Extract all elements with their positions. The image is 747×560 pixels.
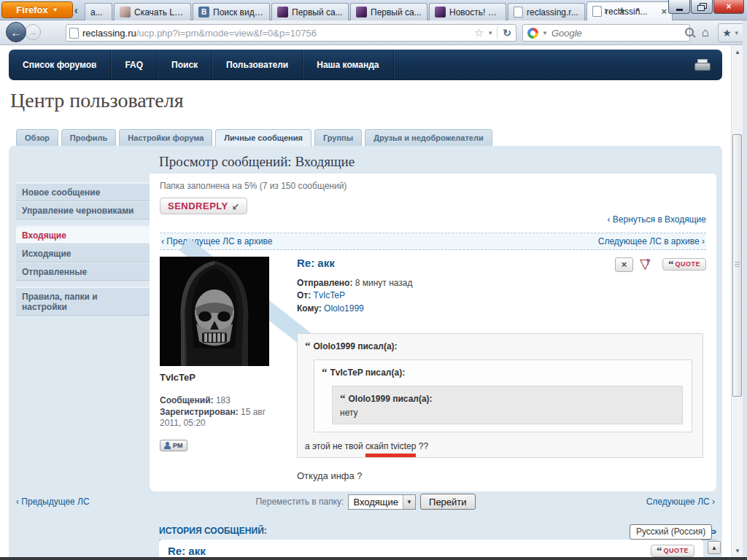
nav-item-members[interactable]: Пользователи: [212, 50, 303, 80]
bookmark-star-icon[interactable]: ☆: [474, 26, 484, 39]
prev-pm-link[interactable]: ‹ Предыдущее ЛС: [16, 497, 90, 507]
sidebar-item-manage-drafts[interactable]: Управление черновиками: [16, 201, 150, 219]
restore-icon: [697, 3, 706, 10]
folder-select[interactable]: Входящие ▼: [348, 494, 416, 510]
quote-text: нету: [340, 408, 675, 418]
search-input[interactable]: [551, 28, 681, 39]
sidebar-item-rules-folders-settings[interactable]: Правила, папки и настройки: [16, 287, 150, 316]
forward-button[interactable]: →: [25, 24, 41, 40]
scrollbar-thumb[interactable]: [732, 134, 742, 397]
sidebar-item-new-message[interactable]: Новое сообщение: [16, 183, 150, 201]
history-scroll-up-button[interactable]: ▲: [708, 541, 721, 554]
bookmarks-menu-button[interactable]: ★ ▼: [718, 23, 744, 42]
next-pm-link[interactable]: Следующее ЛС ›: [646, 497, 715, 507]
browser-tab[interactable]: а...: [85, 3, 112, 20]
chevron-down-icon: ▼: [734, 30, 740, 36]
sidebar-item-outbox[interactable]: Исходящие: [16, 244, 150, 262]
site-favicon: [435, 7, 446, 18]
nav-item-board-index[interactable]: Список форумов: [9, 50, 111, 80]
message-column: Re: акк × ▽ ! “ QUOTE: [285, 257, 706, 491]
send-reply-label: SENDREPLY: [168, 201, 228, 211]
message-meta: Отправлено: 8 минут назад От: TvIcTeP Ко…: [297, 277, 706, 315]
folder-status: Папка заполнена на 5% (7 из 150 сообщени…: [160, 181, 706, 191]
return-to-inbox-link[interactable]: ‹ Вернуться в Входящие: [608, 214, 707, 225]
minimize-button[interactable]: [668, 0, 690, 14]
quote-button[interactable]: “ QUOTE: [651, 545, 694, 557]
tab-friends-foes[interactable]: Друзья и недоброжелатели: [365, 129, 492, 146]
quote-button[interactable]: “ QUOTE: [662, 258, 706, 271]
search-engine-icon[interactable]: [527, 28, 538, 39]
new-tab-button[interactable]: +: [619, 6, 625, 15]
site-favicon: [356, 7, 367, 18]
browser-tab[interactable]: Новость! И...: [429, 3, 506, 20]
browser-scrollbar[interactable]: ▲ ▼: [731, 45, 743, 560]
pm-button[interactable]: PM: [160, 440, 187, 451]
go-button[interactable]: Перейти: [420, 494, 476, 510]
home-button[interactable]: ⌂: [696, 23, 715, 42]
search-engine-dropdown-icon[interactable]: ▼: [542, 30, 548, 36]
search-icon[interactable]: [685, 28, 695, 38]
sidebar-item-inbox[interactable]: Входящие: [16, 226, 150, 244]
red-underline-annotation: скайп tvictep: [365, 441, 416, 457]
tab-private-messages[interactable]: Личные сообщения: [215, 129, 311, 147]
forum-navbar: Список форумов FAQ Поиск Пользователи На…: [9, 50, 722, 80]
browser-tab[interactable]: В Поиск виде...: [193, 3, 270, 20]
nav-item-faq[interactable]: FAQ: [111, 50, 158, 80]
browser-tab[interactable]: Скачать La...: [114, 3, 191, 20]
quote-icon: “: [322, 366, 328, 378]
tab-overflow-icon[interactable]: ›: [604, 6, 608, 15]
browser-tab[interactable]: reclassing.r...: [508, 3, 585, 20]
back-button[interactable]: ←: [6, 22, 26, 42]
report-icon[interactable]: ▽ !: [640, 257, 656, 272]
history-subject-link[interactable]: Re: акк: [168, 545, 206, 557]
prev-pm-archive-link[interactable]: ‹ Предыдущее ЛС в архиве: [161, 236, 273, 246]
quote-button-label: QUOTE: [675, 260, 700, 268]
send-reply-button[interactable]: SENDREPLY ↙: [160, 198, 247, 214]
reload-icon[interactable]: ↻: [501, 27, 513, 39]
url-host: reclassing.ru: [82, 28, 136, 39]
tab-list-dropdown-icon[interactable]: ▾: [636, 6, 640, 13]
nav-item-search[interactable]: Поиск: [158, 50, 212, 80]
chevron-down-icon: ▼: [53, 7, 58, 13]
tab-label: reclassing.r...: [527, 7, 579, 18]
tab-profile[interactable]: Профиль: [61, 129, 116, 146]
quote-block-inner: “Ololo1999 писал(а): нету: [332, 386, 683, 424]
close-button[interactable]: ×: [713, 0, 744, 14]
next-pm-archive-link[interactable]: Следующее ЛС в архиве ›: [598, 236, 705, 246]
sidebar-item-sent[interactable]: Отправленные: [16, 262, 150, 281]
url-dropdown-icon[interactable]: ▼: [487, 30, 493, 36]
restore-button[interactable]: [691, 0, 713, 14]
quote-block-middle: “TvIcTeP писал(а): “Ololo1999 писал(а): …: [314, 359, 692, 432]
message-subject-link[interactable]: Re: акк: [297, 257, 335, 269]
ucp-sidebar: Новое сообщение Управление черновиками В…: [16, 182, 150, 322]
quote-author: Ololo1999 писал(а):: [349, 394, 433, 404]
search-bar[interactable]: ▼: [522, 24, 690, 42]
page-content: Список форумов FAQ Поиск Пользователи На…: [0, 45, 731, 560]
window-frame-right: [743, 20, 747, 560]
print-icon[interactable]: [694, 59, 709, 71]
nav-item-team[interactable]: Наша команда: [303, 50, 393, 80]
delete-message-button[interactable]: ×: [615, 257, 633, 272]
url-bar[interactable]: reclassing.ru/ucp.php?i=pm&mode=view&f=0…: [66, 24, 516, 42]
tab-scroll-left-icon[interactable]: ‹: [74, 4, 78, 16]
scrollbar-down-icon[interactable]: ▼: [732, 545, 743, 557]
scrollbar-up-icon[interactable]: ▲: [732, 47, 743, 58]
url-text[interactable]: reclassing.ru/ucp.php?i=pm&mode=view&f=0…: [82, 28, 471, 39]
from-user-link[interactable]: TvIcTeP: [314, 290, 345, 300]
avatar[interactable]: [160, 257, 269, 366]
browser-toolbar: ← → reclassing.ru/ucp.php?i=pm&mode=view…: [0, 20, 747, 45]
sent-time: 8 минут назад: [355, 278, 413, 288]
browser-tab[interactable]: Первый са...: [271, 3, 349, 20]
browser-tab[interactable]: Первый са...: [350, 3, 427, 20]
browser-tab-active[interactable]: reclassin... ×: [587, 1, 673, 20]
posts-count[interactable]: 183: [216, 395, 231, 405]
tab-overview[interactable]: Обзор: [16, 129, 58, 146]
tab-board-preferences[interactable]: Настройки форума: [119, 129, 212, 146]
tab-usergroups[interactable]: Группы: [314, 129, 362, 146]
tab-label: Первый са...: [292, 7, 343, 18]
author-username[interactable]: TvIcTeP: [160, 372, 285, 383]
tab-close-icon[interactable]: ×: [661, 6, 667, 17]
firefox-menu-button[interactable]: Firefox ▼: [1, 1, 73, 18]
user-icon: [164, 442, 171, 449]
to-user-link[interactable]: Ololo1999: [324, 303, 364, 314]
